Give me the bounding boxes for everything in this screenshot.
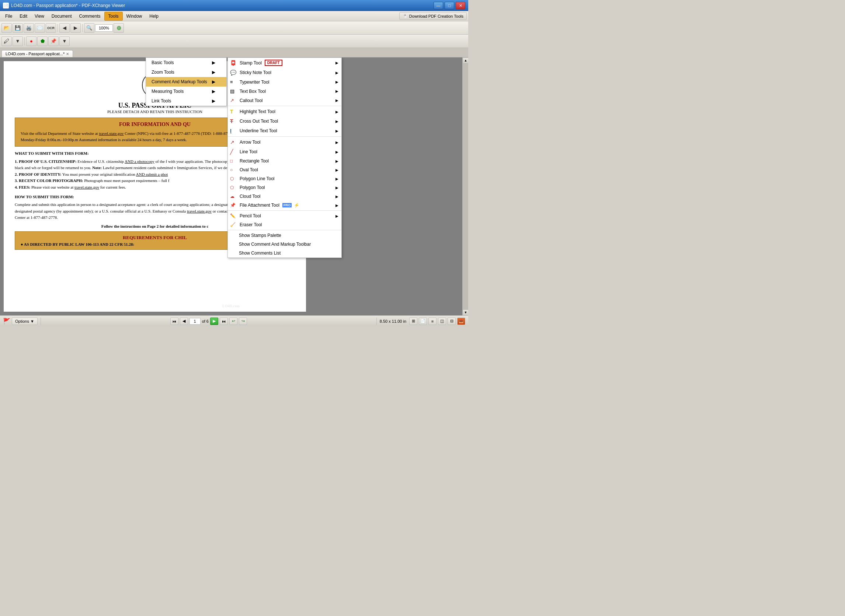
rectangle-icon: □	[230, 158, 237, 164]
save-button[interactable]: 💾	[13, 23, 23, 33]
submenu-eraser[interactable]: 🧹 Eraser Tool	[228, 220, 341, 229]
polygon-arrow: ▶	[335, 186, 338, 190]
close-button[interactable]: ✕	[456, 2, 465, 9]
submenu-polygon[interactable]: ⬠ Polygon Tool ▶	[228, 183, 341, 192]
tab-bar: LO4D.com - Passport applicat...* ✕	[0, 48, 468, 57]
menu-zoom-tools[interactable]: Zoom Tools ▶	[146, 67, 226, 77]
menu-measuring-tools[interactable]: Measuring Tools ▶	[146, 87, 226, 96]
submenu-file-attachment[interactable]: 📌 File Attachment Tool PRO ⚡ ▶	[228, 201, 341, 210]
menu-window[interactable]: Window	[123, 12, 146, 20]
separator-4	[228, 230, 341, 230]
textbox-icon: ▤	[230, 88, 237, 94]
options-button[interactable]: Options ▼	[12, 318, 38, 325]
facing-button[interactable]: ◫	[438, 318, 446, 325]
arrow-tool-arrow: ▶	[335, 140, 338, 144]
open-button[interactable]: 📂	[1, 23, 12, 33]
tool-btn-4[interactable]: ▼	[59, 37, 70, 46]
submenu-sticky-note[interactable]: 💬 Sticky Note Tool ▶	[228, 68, 341, 77]
email-button[interactable]: ✉️	[35, 23, 45, 33]
scroll-track[interactable]	[463, 63, 468, 309]
underline-icon: I	[230, 128, 237, 134]
continuous-button[interactable]: ≡	[428, 318, 436, 325]
submenu-callout[interactable]: ↗ Callout Tool ▶	[228, 96, 341, 105]
menu-document[interactable]: Document	[48, 12, 76, 20]
line-arrow: ▶	[335, 150, 338, 154]
tool-btn-red[interactable]: ●	[26, 37, 37, 46]
submenu-line[interactable]: ╱ Line Tool ▶	[228, 147, 341, 157]
secondary-toolbar: 🖊 ▼ ● ⬟ 📌 ▼	[0, 35, 468, 48]
submenu-typewriter[interactable]: ≡ Typewriter Tool ▶	[228, 77, 341, 87]
menu-help[interactable]: Help	[145, 12, 162, 20]
menu-edit[interactable]: Edit	[16, 12, 31, 20]
download-pdf-button[interactable]: 🖱️ Download PDF Creation Tools	[399, 12, 467, 20]
menu-tools[interactable]: Tools	[104, 12, 123, 21]
show-comments-list[interactable]: Show Comments List	[228, 249, 341, 258]
cloud-icon: ☁	[230, 194, 237, 199]
grid-view-button[interactable]: ⊞	[409, 318, 417, 325]
menu-view[interactable]: View	[31, 12, 48, 20]
crossout-label: Cross Out Text Tool	[240, 119, 278, 124]
tool-btn-green[interactable]: ⬟	[37, 37, 47, 46]
menu-comments[interactable]: Comments	[76, 12, 104, 20]
tab-close-icon[interactable]: ✕	[66, 52, 69, 56]
submenu-polygon-line[interactable]: ⬡ Polygon Line Tool ▶	[228, 174, 341, 183]
prev-page-button[interactable]: ◀	[180, 318, 188, 325]
dimensions-label: 8.50 x 11.00 in	[380, 319, 406, 323]
menu-basic-tools[interactable]: Basic Tools ▶	[146, 58, 226, 67]
submenu-rectangle[interactable]: □ Rectangle Tool ▶	[228, 157, 341, 166]
separator-3	[228, 210, 341, 211]
tool-btn-1[interactable]: 🖊	[1, 37, 12, 46]
crossout-icon: T	[230, 118, 237, 124]
tool-btn-2[interactable]: ▼	[13, 37, 23, 46]
textbox-label: Text Box Tool	[240, 89, 266, 94]
show-comment-toolbar-label: Show Comment And Markup Toolbar	[239, 242, 311, 247]
minimize-button[interactable]: —	[434, 2, 443, 9]
submenu-underline[interactable]: I Underline Text Tool ▶	[228, 126, 341, 136]
submenu-pencil[interactable]: ✏️ Pencil Tool ▶	[228, 211, 341, 220]
submenu-stamp-tool[interactable]: 📮 Stamp Tool DRAFT ▶	[228, 58, 341, 68]
eraser-label: Eraser Tool	[240, 222, 262, 227]
submenu-textbox[interactable]: ▤ Text Box Tool ▶	[228, 87, 341, 96]
submenu-arrow[interactable]: ↗ Arrow Tool ▶	[228, 138, 341, 147]
export-button[interactable]: 📤	[457, 318, 465, 325]
underline-arrow: ▶	[335, 129, 338, 133]
stamp-icon: 📮	[230, 60, 237, 66]
zoom-in-button[interactable]: 🔍	[84, 23, 94, 33]
callout-label: Callout Tool	[240, 98, 263, 103]
arrow-label: Arrow Tool	[240, 139, 260, 145]
scroll-down-button[interactable]: ▼	[463, 309, 468, 315]
tool-btn-3[interactable]: 📌	[48, 37, 59, 46]
submenu-highlight[interactable]: T Highlight Text Tool ▶	[228, 107, 341, 116]
maximize-button[interactable]: □	[445, 2, 454, 9]
back-button[interactable]: ◀	[59, 23, 70, 33]
submenu-cloud[interactable]: ☁ Cloud Tool ▶	[228, 192, 341, 201]
status-separator-2	[376, 318, 377, 325]
pencil-label: Pencil Tool	[240, 213, 261, 219]
sticky-arrow: ▶	[335, 71, 338, 75]
nav-forward-button[interactable]: ↪	[239, 318, 247, 325]
first-page-button[interactable]: ⏮	[170, 318, 178, 325]
show-comment-toolbar[interactable]: Show Comment And Markup Toolbar	[228, 240, 341, 249]
menu-link-tools[interactable]: Link Tools ▶	[146, 96, 226, 106]
cont-facing-button[interactable]: ⊟	[448, 318, 456, 325]
submenu-oval[interactable]: ○ Oval Tool ▶	[228, 166, 341, 174]
status-separator-1	[41, 318, 41, 325]
title-bar: 📄 LO4D.com - Passport application* - PDF…	[0, 0, 468, 11]
nav-back-button[interactable]: ↩	[229, 318, 237, 325]
submenu-crossout[interactable]: T Cross Out Text Tool ▶	[228, 116, 341, 126]
menu-comment-markup[interactable]: Comment And Markup Tools ▶	[146, 77, 226, 87]
last-page-button[interactable]: ⏭	[220, 318, 228, 325]
page-input[interactable]	[190, 318, 201, 324]
print-button[interactable]: 🖨️	[24, 23, 34, 33]
single-page-button[interactable]: 📄	[419, 318, 427, 325]
zoom-out-button[interactable]: ⊕	[113, 23, 124, 33]
show-stamps-palette[interactable]: Show Stamps Palette	[228, 231, 341, 240]
scroll-up-button[interactable]: ▲	[463, 57, 468, 63]
zoom-input[interactable]	[95, 24, 113, 32]
play-button[interactable]: ▶	[210, 318, 218, 325]
forward-button[interactable]: ▶	[71, 23, 81, 33]
menu-bar: File Edit View Document Comments Tools W…	[0, 11, 468, 21]
tab-passport[interactable]: LO4D.com - Passport applicat...* ✕	[1, 50, 73, 57]
menu-file[interactable]: File	[1, 12, 16, 20]
ocr-button[interactable]: OCR	[46, 23, 56, 33]
